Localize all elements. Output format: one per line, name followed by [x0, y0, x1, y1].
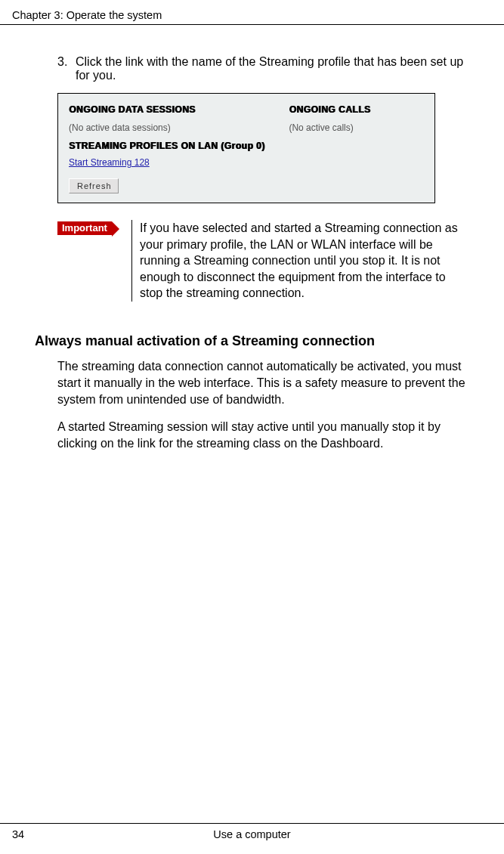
refresh-button[interactable]: Refresh	[69, 178, 119, 193]
note-text: If you have selected and started a Strea…	[131, 220, 469, 302]
fig-no-calls: (No active calls)	[289, 122, 424, 133]
page-number: 34	[12, 828, 42, 840]
page-footer: 34 Use a computer	[0, 823, 504, 854]
note-tag-wrap: Important	[57, 220, 131, 302]
fig-heading-sessions: ONGOING DATA SESSIONS	[69, 104, 289, 115]
running-header: Chapter 3: Operate the system	[0, 0, 504, 25]
screenshot-figure: ONGOING DATA SESSIONS ONGOING CALLS (No …	[57, 93, 435, 203]
fig-heading-calls: ONGOING CALLS	[289, 104, 424, 115]
step-text: Click the link with the name of the Stre…	[76, 55, 469, 82]
page-content: 3. Click the link with the name of the S…	[0, 25, 504, 452]
numbered-step: 3. Click the link with the name of the S…	[35, 55, 469, 82]
fig-heading-profiles: STREAMING PROFILES ON LAN (Group 0)	[69, 141, 424, 151]
footer-section: Use a computer	[42, 828, 462, 840]
step-number: 3.	[57, 55, 76, 82]
important-note: Important If you have selected and start…	[57, 220, 469, 302]
body-paragraph-1: The streaming data connection cannot aut…	[57, 358, 469, 408]
body-paragraph-2: A started Streaming session will stay ac…	[57, 419, 469, 452]
chapter-title: Chapter 3: Operate the system	[12, 9, 162, 21]
start-streaming-link[interactable]: Start Streaming 128	[69, 157, 150, 168]
fig-no-sessions: (No active data sessions)	[69, 122, 289, 133]
note-tag: Important	[57, 221, 112, 235]
section-heading: Always manual activation of a Streaming …	[35, 333, 469, 349]
